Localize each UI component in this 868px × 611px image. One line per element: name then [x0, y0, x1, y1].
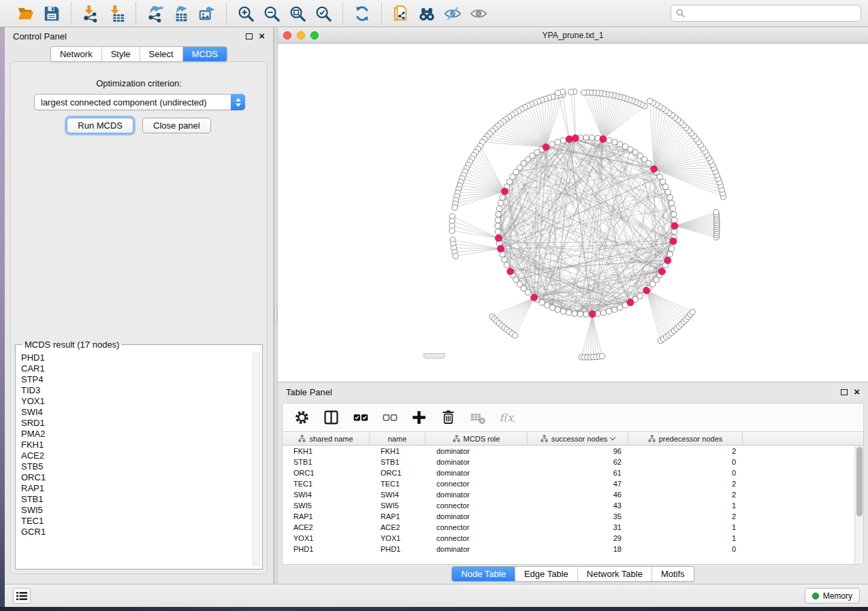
- column-header-shared-name[interactable]: shared name: [283, 432, 370, 445]
- table-row-TEC1[interactable]: TEC1TEC1connector472: [283, 478, 854, 489]
- open-file-button[interactable]: [13, 3, 39, 24]
- column-label: successor nodes: [551, 435, 608, 443]
- export-table-button[interactable]: [168, 3, 194, 24]
- mcds-result-item[interactable]: GCR1: [21, 527, 262, 538]
- network-view-window: YPA_prune.txt_1: [278, 27, 868, 382]
- mcds-result-item[interactable]: SWI4: [21, 407, 262, 418]
- column-header-name[interactable]: name: [370, 432, 425, 445]
- mcds-result-item[interactable]: TEC1: [21, 516, 262, 527]
- table-settings-button[interactable]: [291, 408, 313, 427]
- mcds-result-scrollbar[interactable]: [253, 352, 260, 566]
- cell-shared_name: SWI4: [283, 491, 370, 499]
- import-network-icon: [82, 5, 99, 22]
- mcds-result-item[interactable]: RAP1: [21, 483, 262, 494]
- tab-select[interactable]: Select: [140, 47, 182, 61]
- zoom-selected-button[interactable]: [310, 3, 336, 24]
- mcds-result-item[interactable]: YOX1: [21, 396, 262, 407]
- attribute-type-icon: [298, 435, 306, 442]
- show-details-toggle-button[interactable]: [466, 3, 492, 24]
- import-network-button[interactable]: [78, 3, 103, 24]
- share-network-document-button[interactable]: [388, 3, 414, 24]
- export-table-icon: [172, 5, 190, 22]
- mcds-result-item[interactable]: PHD1: [21, 352, 262, 363]
- float-panel-icon[interactable]: [246, 33, 253, 39]
- splitter-handle[interactable]: [274, 305, 277, 323]
- mcds-result-item[interactable]: TID3: [21, 385, 262, 396]
- column-header-filler: [743, 432, 863, 445]
- table-scrollbar-thumb[interactable]: [856, 447, 863, 516]
- tab-network-table[interactable]: Network Table: [577, 567, 652, 581]
- import-table-button[interactable]: [103, 3, 129, 24]
- delete-table-icon: [469, 409, 486, 426]
- zoom-out-button[interactable]: [259, 3, 285, 24]
- mcds-result-item[interactable]: ACE2: [21, 450, 262, 461]
- table-row-SWI4[interactable]: SWI4SWI4dominator462: [283, 489, 854, 500]
- network-graph: [278, 44, 868, 382]
- network-canvas[interactable]: [278, 44, 868, 382]
- mcds-result-item[interactable]: ORC1: [21, 472, 262, 483]
- table-row-RAP1[interactable]: RAP1RAP1dominator352: [283, 511, 854, 522]
- cell-predecessor_nodes: 2: [628, 512, 743, 521]
- column-header-successor-nodes[interactable]: successor nodes: [528, 432, 628, 445]
- save-session-button[interactable]: [39, 3, 65, 24]
- toolbar-group: [136, 3, 227, 24]
- column-header-predecessor-nodes[interactable]: predecessor nodes: [628, 432, 743, 445]
- attribute-type-icon: [541, 435, 548, 442]
- tab-edge-table[interactable]: Edge Table: [515, 567, 577, 581]
- tab-motifs[interactable]: Motifs: [652, 567, 694, 581]
- toolbar-group: [343, 3, 382, 24]
- mcds-result-item[interactable]: PMA2: [21, 429, 262, 440]
- node-table: shared namenameMCDS rolesuccessor nodesp…: [283, 431, 863, 564]
- table-row-PHD1[interactable]: PHD1PHD1dominator180: [283, 544, 854, 555]
- automation-panel-button[interactable]: [13, 588, 31, 604]
- memory-button[interactable]: Memory: [805, 588, 860, 604]
- mcds-result-item[interactable]: STP4: [21, 374, 262, 385]
- optimization-criterion-select[interactable]: largest connected component (undirected): [34, 94, 245, 110]
- select-all-rows-button[interactable]: [349, 408, 372, 427]
- add-row-button[interactable]: [408, 408, 430, 427]
- mcds-result-item[interactable]: CAR1: [21, 363, 262, 374]
- cell-shared_name: PHD1: [283, 545, 370, 553]
- table-row-FKH1[interactable]: FKH1FKH1dominator962: [283, 446, 854, 457]
- search-input[interactable]: [688, 8, 856, 19]
- zoom-fit-button[interactable]: [285, 3, 310, 24]
- table-row-SWI5[interactable]: SWI5SWI5connector431: [283, 500, 854, 511]
- close-table-panel-icon[interactable]: ×: [854, 389, 860, 395]
- table-scrollbar[interactable]: [854, 446, 863, 564]
- column-header-mcds-role[interactable]: MCDS role: [425, 432, 528, 445]
- deselect-all-rows-button[interactable]: [379, 408, 401, 427]
- horizontal-splitter-handle[interactable]: [423, 353, 445, 359]
- run-mcds-button[interactable]: Run MCDS: [67, 118, 133, 133]
- refresh-view-button[interactable]: [349, 3, 375, 24]
- table-row-STB1[interactable]: STB1STB1dominator620: [283, 457, 854, 467]
- mcds-result-item[interactable]: STB5: [21, 461, 262, 472]
- tab-mcds[interactable]: MCDS: [182, 47, 227, 61]
- column-label: shared name: [309, 435, 353, 443]
- table-row-YOX1[interactable]: YOX1YOX1connector291: [283, 533, 854, 544]
- tab-node-table[interactable]: Node Table: [452, 567, 515, 581]
- mcds-result-item[interactable]: FKH1: [21, 440, 262, 450]
- mcds-result-item[interactable]: SRD1: [21, 418, 262, 429]
- tab-network[interactable]: Network: [51, 47, 101, 61]
- mcds-result-item[interactable]: STB1: [21, 494, 262, 505]
- export-network-button[interactable]: [142, 3, 168, 24]
- delete-rows-button[interactable]: [437, 408, 460, 427]
- table-row-ACE2[interactable]: ACE2ACE2connector311: [283, 522, 854, 533]
- close-panel-icon[interactable]: ×: [259, 33, 265, 39]
- close-panel-button[interactable]: Close panel: [142, 118, 211, 133]
- tab-style[interactable]: Style: [101, 47, 140, 61]
- cell-successor_nodes: 46: [528, 491, 628, 499]
- cell-name: STB1: [370, 458, 425, 466]
- export-image-button[interactable]: [194, 3, 220, 24]
- float-table-panel-icon[interactable]: [841, 389, 848, 395]
- hide-details-toggle-button[interactable]: [440, 3, 466, 24]
- optimization-criterion-label: Optimization criterion:: [11, 78, 267, 88]
- zoom-in-button[interactable]: [233, 3, 259, 24]
- delete-rows-icon: [440, 409, 457, 426]
- cell-predecessor_nodes: 1: [628, 523, 743, 531]
- table-row-ORC1[interactable]: ORC1ORC1dominator610: [283, 467, 854, 478]
- show-columns-button[interactable]: [320, 408, 342, 427]
- search-network-button[interactable]: [414, 3, 440, 24]
- mcds-result-item[interactable]: SWI5: [21, 505, 262, 516]
- optimization-criterion-value: largest connected component (undirected): [41, 97, 207, 108]
